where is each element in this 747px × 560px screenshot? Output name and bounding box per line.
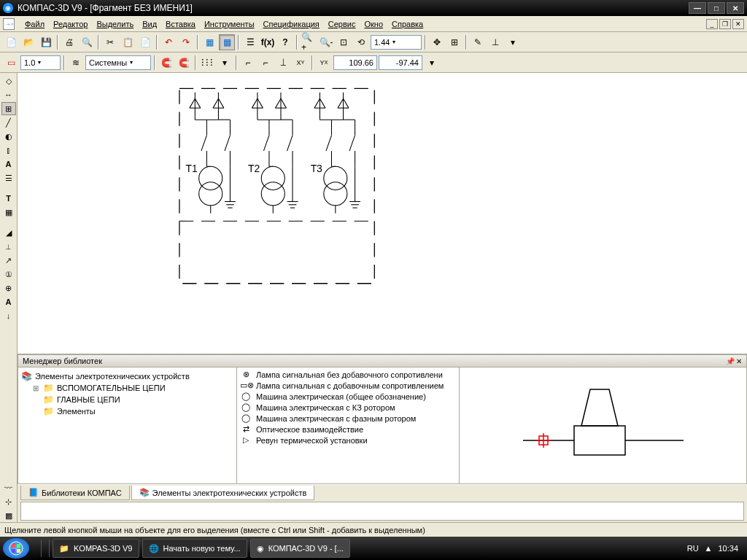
round-button[interactable]: ⟘ <box>275 55 291 71</box>
coord-dropdown-icon[interactable]: ▾ <box>424 55 440 71</box>
menu-spec[interactable]: Спецификация <box>259 18 324 30</box>
ortho-toggle-button[interactable]: ⌐ <box>258 55 274 71</box>
list-item[interactable]: ◯Машина электрическая с фазным ротором <box>239 413 457 424</box>
mdi-close-button[interactable]: ✕ <box>732 19 744 29</box>
task-item-folder[interactable]: 📁KOMPAS-3D V9 <box>53 539 139 558</box>
linestyle-combo[interactable]: Системны▾ <box>85 55 151 70</box>
line-tool[interactable]: ╱ <box>1 116 16 129</box>
symbols-tool[interactable]: ⊞ <box>1 102 16 115</box>
snap-mid-button[interactable]: 🧲 <box>176 55 192 71</box>
tol-tool[interactable]: ⊕ <box>1 281 16 295</box>
lcs-button[interactable]: ⌐ <box>240 55 256 71</box>
menu-insert[interactable]: Вставка <box>161 18 200 30</box>
pos-tool[interactable]: ① <box>1 268 16 281</box>
menu-editor[interactable]: Редактор <box>49 18 92 30</box>
menu-view[interactable]: Вид <box>138 18 161 30</box>
panel-close-icon[interactable]: ✕ <box>736 357 742 365</box>
zoom-combo[interactable]: 1.44▾ <box>371 35 422 50</box>
ortho-button[interactable]: ⊥ <box>487 34 503 50</box>
library-list[interactable]: ⊗Лампа сигнальная без добавочного сопрот… <box>237 368 460 483</box>
tab-elements[interactable]: 📚Элементы электротехнических устройств <box>131 486 315 500</box>
coord-x-field[interactable]: 109.66 <box>333 55 377 70</box>
list-item[interactable]: ⊗Лампа сигнальная без добавочного сопрот… <box>239 369 457 380</box>
tree-node-aux[interactable]: ⊞📁ВСПОМОГАТЕЛЬНЫЕ ЦЕПИ <box>31 382 233 394</box>
hatch-tool[interactable]: ▩ <box>1 509 16 522</box>
start-button[interactable] <box>3 538 29 559</box>
param-tool[interactable]: ⫿ <box>1 144 16 157</box>
wave-tool[interactable]: 〰 <box>1 481 16 494</box>
close-button[interactable]: ✕ <box>727 2 744 14</box>
new-button[interactable]: 📄 <box>3 34 19 50</box>
vars-button[interactable]: f(x) <box>260 34 276 50</box>
center-tool[interactable]: ⊹ <box>1 495 16 508</box>
menu-tools[interactable]: Инструменты <box>200 18 259 30</box>
maximize-button[interactable]: □ <box>708 2 725 14</box>
menu-help[interactable]: Справка <box>387 18 427 30</box>
mdi-minimize-button[interactable]: _ <box>706 19 718 29</box>
zoom-prev-button[interactable]: ⟲ <box>353 34 369 50</box>
zoom-out-button[interactable]: 🔍- <box>318 34 334 50</box>
help-context-button[interactable]: ? <box>277 34 293 50</box>
properties-button[interactable]: ☰ <box>242 34 258 50</box>
mark-tool[interactable]: A <box>1 295 16 308</box>
base-tool[interactable]: ⟂ <box>1 240 16 253</box>
expand-icon[interactable]: ⊞ <box>31 384 40 392</box>
list-item[interactable]: ▭⊗Лампа сигнальная с добавочным сопротив… <box>239 380 457 391</box>
snap-end-button[interactable]: 🧲 <box>158 55 174 71</box>
scale-combo[interactable]: 1.0▾ <box>20 55 61 70</box>
preview-button[interactable]: 🔍 <box>79 34 95 50</box>
paste-button[interactable]: 📄 <box>137 34 153 50</box>
coord-y-field[interactable]: -97.44 <box>379 55 422 70</box>
hatch-button[interactable]: ▦ <box>201 34 217 50</box>
redo-button[interactable]: ↷ <box>178 34 194 50</box>
spec-tool[interactable]: ☰ <box>1 171 16 184</box>
copy-button[interactable]: 📋 <box>120 34 136 50</box>
list-item[interactable]: ⇄Оптическое взаимодействие <box>239 424 457 435</box>
tree-node-elements[interactable]: 📁Элементы <box>31 405 233 417</box>
text-tool[interactable]: Т <box>1 192 16 205</box>
dropdown-icon[interactable]: ▾ <box>505 34 521 50</box>
tree-root[interactable]: 📚 Элементы электротехнических устройств <box>21 370 233 382</box>
drawing-canvas[interactable]: T1 <box>18 73 747 354</box>
pin-icon[interactable]: 📌 <box>726 357 735 365</box>
tree-node-main[interactable]: 📁ГЛАВНЫЕ ЦЕПИ <box>31 394 233 405</box>
print-button[interactable]: 🖨 <box>61 34 77 50</box>
minimize-button[interactable]: — <box>689 2 706 14</box>
dim-tool[interactable]: ↔ <box>1 88 16 101</box>
rough-tool[interactable]: ◢ <box>1 226 16 239</box>
cut-button[interactable]: ✂ <box>102 34 118 50</box>
undo-button[interactable]: ↶ <box>160 34 177 50</box>
leader-tool[interactable]: ↗ <box>1 254 16 267</box>
save-button[interactable]: 💾 <box>38 34 54 50</box>
doc-type-icon[interactable]: →◦ <box>3 18 15 30</box>
menu-service[interactable]: Сервис <box>324 18 360 30</box>
pan-button[interactable]: ✥ <box>429 34 445 50</box>
menu-window[interactable]: Окно <box>360 18 387 30</box>
open-button[interactable]: 📂 <box>20 34 36 50</box>
menu-file[interactable]: Файл <box>20 18 49 30</box>
menu-select[interactable]: Выделить <box>92 18 138 30</box>
zoom-window-button[interactable]: ⊡ <box>336 34 352 50</box>
list-item[interactable]: ◯Машина электрическая с КЗ ротором <box>239 402 457 413</box>
redraw-button[interactable]: ✎ <box>470 34 486 50</box>
command-line[interactable] <box>20 502 744 521</box>
grid-toggle-button[interactable]: ᎒᎒᎒ <box>199 55 215 71</box>
edit-tool[interactable]: ◐ <box>1 130 16 143</box>
task-item-kompas[interactable]: ◉КОМПАС-3D V9 - [... <box>250 539 350 558</box>
list-item[interactable]: ▷Ревун термической установки <box>239 435 457 446</box>
grid-dropdown-icon[interactable]: ▾ <box>217 55 233 71</box>
arrow-tool[interactable]: ↓ <box>1 309 16 322</box>
tray-icon[interactable]: ▲ <box>705 544 713 553</box>
mdi-restore-button[interactable]: ❐ <box>719 19 731 29</box>
zoom-fit-button[interactable]: ⊞ <box>446 34 462 50</box>
task-item-browser[interactable]: 🌐Начать новую тему... <box>142 539 247 558</box>
zoom-in-button[interactable]: 🔍+ <box>301 34 317 50</box>
tab-libraries[interactable]: 📘Библиотеки КОМПАС <box>20 486 130 500</box>
clock[interactable]: 10:34 <box>718 544 738 553</box>
table-tool[interactable]: ▦ <box>1 206 16 219</box>
layer-toggle-button[interactable]: ≋ <box>68 55 84 71</box>
grid-button[interactable]: ▦ <box>219 34 235 50</box>
measure-tool[interactable]: A <box>1 158 16 171</box>
lang-indicator[interactable]: RU <box>687 544 699 553</box>
layers-button[interactable]: ▭ <box>3 55 19 71</box>
